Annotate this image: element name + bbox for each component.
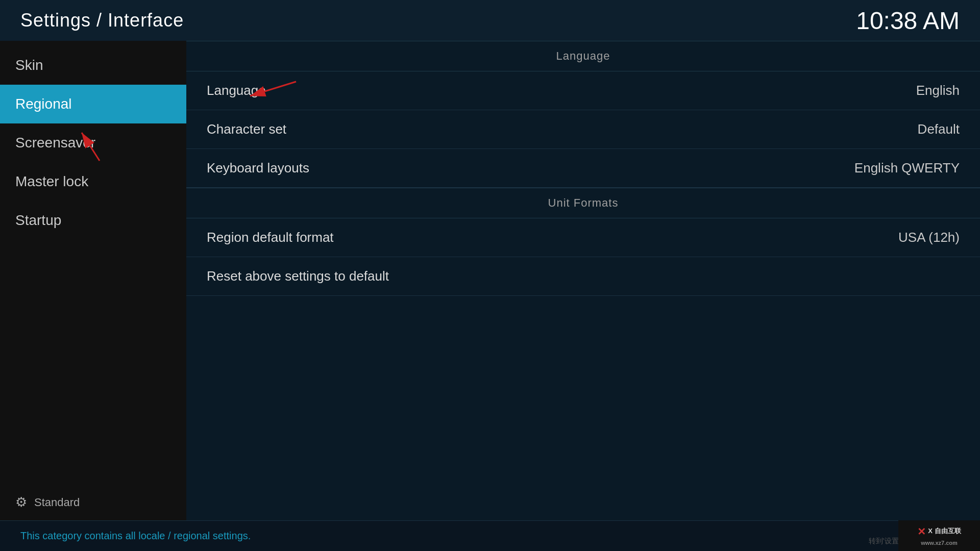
sidebar-item-master-lock[interactable]: Master lock bbox=[0, 162, 186, 201]
sidebar-item-skin[interactable]: Skin bbox=[0, 46, 186, 85]
language-section-header: Language bbox=[186, 41, 980, 71]
region-default-format-row[interactable]: Region default format USA (12h) bbox=[186, 218, 980, 257]
sidebar-item-screensaver[interactable]: Screensaver bbox=[0, 123, 186, 162]
settings-level-label: Standard bbox=[34, 496, 80, 509]
reset-settings-row[interactable]: Reset above settings to default bbox=[186, 257, 980, 296]
footer: This category contains all locale / regi… bbox=[0, 520, 980, 551]
clock: 10:38 AM bbox=[856, 7, 960, 35]
character-set-value: Default bbox=[918, 121, 960, 137]
keyboard-layouts-value: English QWERTY bbox=[854, 160, 960, 176]
character-set-row[interactable]: Character set Default bbox=[186, 110, 980, 149]
language-label: Language bbox=[207, 83, 266, 98]
site-logo: ✕ X 自由互联 www.xz7.com bbox=[898, 520, 980, 551]
logo-x: ✕ bbox=[917, 525, 926, 538]
language-row[interactable]: Language English bbox=[186, 71, 980, 110]
page-title: Settings / Interface bbox=[20, 10, 184, 31]
character-set-label: Character set bbox=[207, 121, 286, 137]
keyboard-layouts-label: Keyboard layouts bbox=[207, 160, 309, 176]
sidebar-item-regional[interactable]: Regional bbox=[0, 85, 186, 123]
keyboard-layouts-row[interactable]: Keyboard layouts English QWERTY bbox=[186, 149, 980, 188]
language-value: English bbox=[916, 83, 960, 98]
header: Settings / Interface 10:38 AM bbox=[0, 0, 980, 41]
region-default-format-label: Region default format bbox=[207, 230, 334, 245]
main-layout: Skin Regional Screensaver Master lock St… bbox=[0, 41, 980, 520]
reset-settings-label: Reset above settings to default bbox=[207, 268, 389, 284]
unit-formats-section-header: Unit Formats bbox=[186, 188, 980, 218]
sidebar-item-startup[interactable]: Startup bbox=[0, 201, 186, 240]
gear-icon: ⚙ bbox=[15, 494, 27, 510]
footer-help-text: This category contains all locale / regi… bbox=[20, 530, 251, 542]
sidebar-bottom: ⚙ Standard bbox=[0, 484, 186, 520]
sidebar: Skin Regional Screensaver Master lock St… bbox=[0, 41, 186, 520]
region-default-format-value: USA (12h) bbox=[898, 230, 960, 245]
content-area: Language Language English Character set … bbox=[186, 41, 980, 520]
